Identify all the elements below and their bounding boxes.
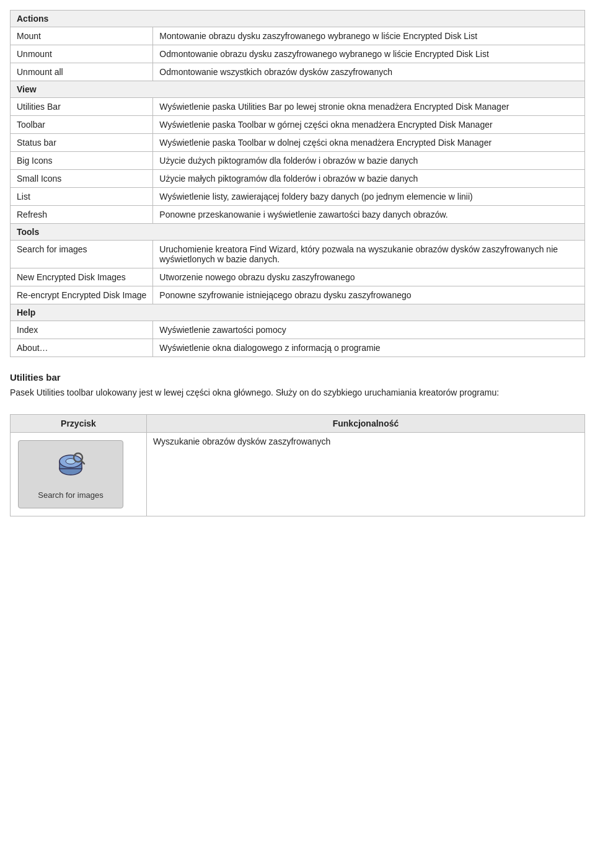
action-desc: Wyświetlenie paska Toolbar w górnej częś… (153, 116, 585, 134)
action-desc: Ponowne przeskanowanie i wyświetlenie za… (153, 206, 585, 224)
action-name: Unmount (11, 45, 153, 63)
section-label: Help (11, 304, 585, 321)
action-desc: Wyświetlenie listy, zawierającej foldery… (153, 188, 585, 206)
action-desc: Użycie małych piktogramów dla folderów i… (153, 170, 585, 188)
action-name: Big Icons (11, 152, 153, 170)
utilities-bar-description: Pasek Utilities toolbar ulokowany jest w… (10, 386, 585, 399)
action-desc: Montowanie obrazu dysku zaszyfrowanego w… (153, 27, 585, 45)
action-name: Re-encrypt Encrypted Disk Image (11, 286, 153, 304)
icon-cell: Search for images (11, 433, 147, 516)
button-table: Przycisk Funkcjonalność Search for image… (10, 414, 585, 516)
action-desc: Wyświetlenie paska Utilities Bar po lewe… (153, 98, 585, 116)
search-images-icon-label: Search for images (38, 490, 104, 500)
action-desc: Odmontowanie obrazu dysku zaszyfrowanego… (153, 45, 585, 63)
action-desc: Uruchomienie kreatora Find Wizard, który… (153, 241, 585, 268)
button-func-desc: Wyszukanie obrazów dysków zaszyfrowanych (147, 433, 585, 516)
action-name: Small Icons (11, 170, 153, 188)
action-desc: Użycie dużych piktogramów dla folderów i… (153, 152, 585, 170)
button-col-header: Przycisk (11, 415, 147, 433)
action-desc: Utworzenie nowego obrazu dysku zaszyfrow… (153, 268, 585, 286)
section-label: View (11, 81, 585, 98)
action-desc: Wyświetlenie okna dialogowego z informac… (153, 339, 585, 357)
function-col-header: Funkcjonalność (147, 415, 585, 433)
section-label: Actions (11, 11, 585, 27)
actions-table: ActionsMountMontowanie obrazu dysku zasz… (10, 10, 585, 357)
action-desc: Wyświetlenie paska Toolbar w dolnej częś… (153, 134, 585, 152)
action-desc: Odmontowanie wszystkich obrazów dysków z… (153, 63, 585, 81)
action-name: Toolbar (11, 116, 153, 134)
action-name: Mount (11, 27, 153, 45)
action-name: Unmount all (11, 63, 153, 81)
action-name: List (11, 188, 153, 206)
action-name: Search for images (11, 241, 153, 268)
search-images-icon (55, 449, 87, 487)
section-label: Tools (11, 224, 585, 241)
action-name: Utilities Bar (11, 98, 153, 116)
action-name: About… (11, 339, 153, 357)
action-name: Status bar (11, 134, 153, 152)
action-desc: Wyświetlenie zawartości pomocy (153, 321, 585, 339)
utilities-bar-section: Utilities bar Pasek Utilities toolbar ul… (10, 372, 585, 399)
action-name: New Encrypted Disk Images (11, 268, 153, 286)
search-images-icon-box: Search for images (18, 440, 123, 508)
action-desc: Ponowne szyfrowanie istniejącego obrazu … (153, 286, 585, 304)
action-name: Refresh (11, 206, 153, 224)
action-name: Index (11, 321, 153, 339)
utilities-bar-heading: Utilities bar (10, 372, 585, 383)
